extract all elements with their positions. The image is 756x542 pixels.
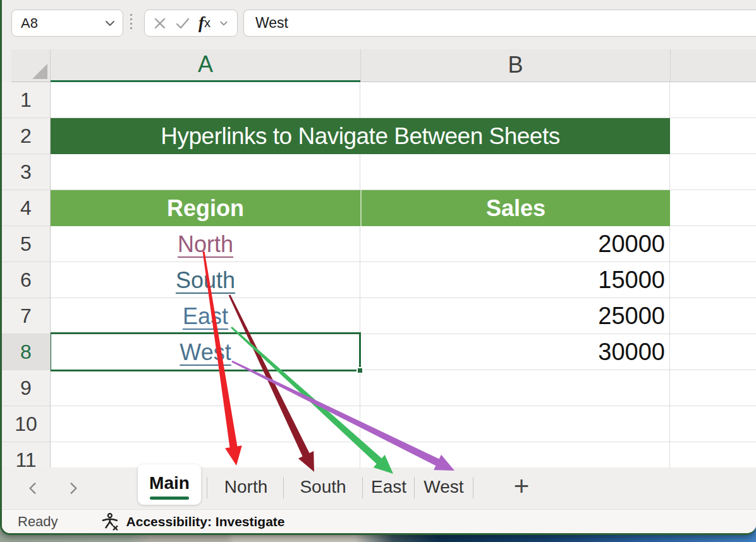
- status-bar: Ready Accessibility: Investigate: [2, 509, 756, 533]
- name-box[interactable]: A8: [11, 9, 123, 37]
- tab-divider: [362, 477, 363, 498]
- cell-a6[interactable]: South: [51, 262, 360, 298]
- sheet-nav-left-icon[interactable]: [26, 481, 40, 495]
- sheet-grid: Hyperlinks to Navigate Between Sheets Re…: [51, 82, 756, 467]
- cell-b6[interactable]: 15000: [360, 262, 670, 298]
- sheet-nav-right-icon[interactable]: [66, 481, 80, 495]
- hyperlink-north[interactable]: North: [178, 231, 233, 257]
- insert-function-icon[interactable]: fx: [198, 13, 210, 33]
- sheet-tab-bar: Main North South East West +: [2, 467, 756, 509]
- tab-north[interactable]: North: [209, 467, 283, 509]
- column-header-a[interactable]: A: [51, 49, 360, 82]
- tab-south[interactable]: South: [285, 467, 361, 509]
- tab-divider: [473, 477, 473, 498]
- accessibility-icon: [101, 512, 120, 531]
- row-header-9[interactable]: 9: [2, 370, 50, 406]
- row-header-6[interactable]: 6: [2, 262, 50, 298]
- row-header-2[interactable]: 2: [2, 118, 50, 154]
- column-header-b[interactable]: B: [360, 49, 670, 82]
- tab-divider: [207, 477, 207, 498]
- formula-bar-content: West: [255, 15, 288, 32]
- cell-a5[interactable]: North: [51, 226, 360, 262]
- row-header-11[interactable]: 11: [2, 442, 50, 467]
- hyperlink-east[interactable]: East: [183, 303, 228, 329]
- status-ready: Ready: [18, 514, 58, 530]
- chevron-down-icon[interactable]: [104, 17, 116, 30]
- cell-b5[interactable]: 20000: [360, 226, 670, 262]
- cell-region-header[interactable]: Region: [51, 190, 360, 226]
- title-banner: Hyperlinks to Navigate Between Sheets: [51, 118, 670, 154]
- tab-main[interactable]: Main: [138, 464, 201, 505]
- status-accessibility[interactable]: Accessibility: Investigate: [126, 514, 285, 529]
- enter-check-icon[interactable]: [175, 16, 190, 30]
- name-box-value: A8: [21, 15, 104, 32]
- formula-buttons: fx: [144, 9, 238, 37]
- row-header-8[interactable]: 8: [2, 334, 50, 370]
- tab-east[interactable]: East: [363, 467, 414, 509]
- tab-divider: [283, 477, 284, 498]
- fill-handle[interactable]: [357, 367, 363, 374]
- active-tab-underline: [150, 497, 189, 500]
- row-header-5[interactable]: 5: [2, 226, 50, 262]
- column-header-partial[interactable]: [670, 49, 756, 82]
- cell-sales-header[interactable]: Sales: [360, 190, 670, 226]
- row-header-1[interactable]: 1: [2, 82, 50, 118]
- cell-b8[interactable]: 30000: [360, 334, 670, 370]
- hyperlink-south[interactable]: South: [176, 267, 235, 293]
- add-sheet-button[interactable]: +: [501, 467, 542, 509]
- cell-b7[interactable]: 25000: [360, 298, 670, 334]
- tab-main-label: Main: [149, 473, 190, 493]
- row-header-7[interactable]: 7: [2, 298, 50, 334]
- gridline: [51, 442, 756, 442]
- row-header-3[interactable]: 3: [2, 154, 50, 190]
- cell-a7[interactable]: East: [51, 298, 360, 334]
- select-all-triangle-icon: [32, 64, 47, 79]
- gridline: [51, 406, 756, 406]
- chevron-down-icon[interactable]: [219, 18, 229, 28]
- name-box-resize-handle[interactable]: [128, 14, 133, 29]
- excel-window: A8 fx West: [0, 0, 756, 535]
- tab-divider: [414, 477, 415, 498]
- screenshot-root: A8 fx West: [0, 0, 756, 542]
- selected-cell-outline: [51, 332, 361, 371]
- row-header-4[interactable]: 4: [2, 190, 50, 226]
- row-headers: 1234567891011: [2, 82, 51, 467]
- cancel-icon[interactable]: [153, 16, 167, 30]
- row-header-10[interactable]: 10: [2, 406, 50, 442]
- select-all-corner[interactable]: [11, 49, 51, 82]
- formula-bar-input[interactable]: West: [243, 9, 756, 37]
- tab-west[interactable]: West: [415, 467, 472, 509]
- formula-bar-row: A8 fx West: [2, 0, 756, 40]
